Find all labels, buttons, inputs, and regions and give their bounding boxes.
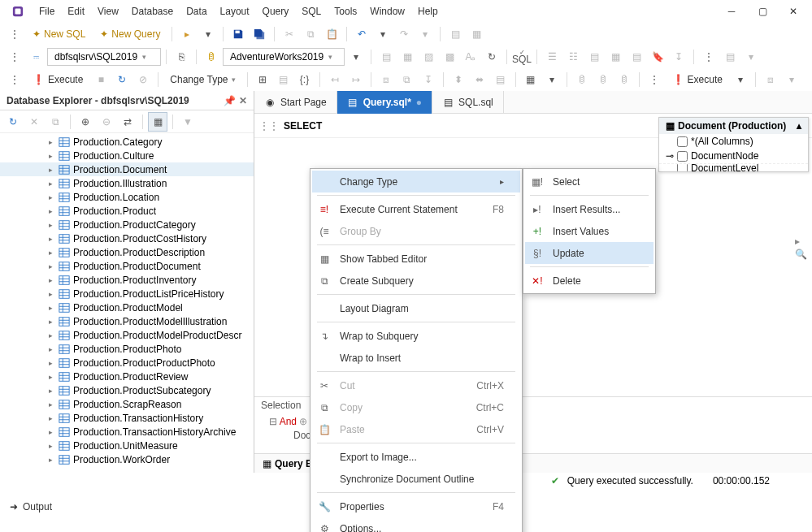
refresh-icon[interactable]: ↻ <box>112 70 132 89</box>
menu-execute-current[interactable]: ≡! Execute Current Statement F8 <box>312 198 520 220</box>
chevron-right-icon[interactable]: ▸ <box>46 193 55 201</box>
tb-icon[interactable]: ▤ <box>274 70 293 89</box>
doc-panel-item[interactable]: ⊸ DocumentNode <box>659 149 808 163</box>
menu-database[interactable]: Database <box>125 2 180 20</box>
chevron-right-icon[interactable]: ▸ <box>46 138 55 146</box>
chevron-right-icon[interactable]: ▸ <box>46 290 55 298</box>
execute-button[interactable]: ❗ Execute <box>26 71 89 88</box>
tb-icon[interactable]: ↧ <box>669 47 688 67</box>
db-icon[interactable]: 🛢 <box>572 70 592 89</box>
menu-layout-diagram[interactable]: Layout Diagram <box>312 297 520 319</box>
menu-copy[interactable]: ⧉ Copy Ctrl+C <box>312 396 520 418</box>
redo-icon[interactable]: ↷ <box>394 24 414 44</box>
tb-icon[interactable]: ▤ <box>491 70 510 89</box>
chevron-right-icon[interactable]: ▸ <box>46 359 55 367</box>
save-icon[interactable] <box>228 24 248 44</box>
brackets-icon[interactable]: {:} <box>295 70 315 89</box>
menu-change-type[interactable]: Change Type ▸ <box>312 171 520 192</box>
dropdown-arrow-icon[interactable]: ▾ <box>346 47 366 67</box>
minimize-icon[interactable]: ─ <box>726 6 737 17</box>
submenu-delete[interactable]: ✕! Delete <box>525 270 654 292</box>
tree-item[interactable]: ▸Production.ProductProductPhoto <box>0 356 254 370</box>
tree-item[interactable]: ▸Production.ProductInventory <box>0 273 254 287</box>
server-icon[interactable]: ⎓ <box>26 47 46 67</box>
tree-item[interactable]: ▸Production.ProductModelIllustration <box>0 314 254 328</box>
tb-icon[interactable]: ▦ <box>397 47 417 67</box>
menu-export-image[interactable]: Export to Image... <box>312 446 520 468</box>
chevron-right-icon[interactable]: ▸ <box>46 262 55 270</box>
refresh-icon[interactable]: ↻ <box>3 112 23 132</box>
cut-icon[interactable]: ✂ <box>280 24 299 44</box>
menu-file[interactable]: File <box>33 2 61 20</box>
stop-icon[interactable]: ■ <box>91 70 111 89</box>
sql-check-icon[interactable]: ✓SQL <box>512 47 532 67</box>
menu-view[interactable]: View <box>91 2 125 20</box>
tree-item[interactable]: ▸Production.TransactionHistory <box>0 411 254 425</box>
doc-panel-item[interactable]: DocumentLevel <box>659 163 808 171</box>
doc-panel-item[interactable]: *(All Columns) <box>659 134 808 149</box>
server-combo[interactable]: dbfsqlsrv\SQL2019 ▾ <box>47 48 161 66</box>
tb-icon[interactable]: ↧ <box>419 70 438 89</box>
copy-icon[interactable]: ⧉ <box>301 24 320 44</box>
menu-query[interactable]: Query <box>256 2 296 20</box>
tree-item[interactable]: ▸Production.Product <box>0 204 254 218</box>
chevron-right-icon[interactable]: ▸ <box>46 373 55 381</box>
menu-options[interactable]: ⚙ Options... <box>312 517 520 532</box>
submenu-update[interactable]: §! Update <box>525 242 654 264</box>
tb-icon[interactable]: ▨ <box>419 47 438 67</box>
menu-group-by[interactable]: (≡ Group By <box>312 220 520 242</box>
close-icon[interactable]: ✕ <box>239 95 247 106</box>
menu-data[interactable]: Data <box>180 2 213 20</box>
add-table-icon[interactable]: ⊞ <box>253 70 272 89</box>
menu-window[interactable]: Window <box>363 2 411 20</box>
column-checkbox[interactable] <box>677 151 688 162</box>
tb-icon[interactable]: ⊘ <box>133 70 153 89</box>
chevron-right-icon[interactable]: ▸ <box>46 235 55 243</box>
sync-icon[interactable]: ⇄ <box>118 112 137 132</box>
tb-icon[interactable]: ⬍ <box>449 70 468 89</box>
dropdown-arrow-icon[interactable]: ▾ <box>542 70 562 89</box>
grip-icon[interactable]: ⋮ <box>5 47 24 67</box>
dropdown-arrow-icon[interactable]: ▾ <box>373 24 393 44</box>
close-icon[interactable]: ✕ <box>24 112 44 132</box>
and-operator[interactable]: And <box>280 416 297 427</box>
db-icon[interactable]: 🛢 <box>202 47 221 67</box>
tree-item[interactable]: ▸Production.ProductPhoto <box>0 342 254 356</box>
expand-icon[interactable]: ⊕ <box>76 112 95 132</box>
bookmark-icon[interactable]: 🔖 <box>648 47 667 67</box>
doc-panel-header[interactable]: ▦ Document (Production) ▴ <box>659 118 808 134</box>
tree-item[interactable]: ▸Production.Culture <box>0 149 254 162</box>
execute-button-2[interactable]: ❗ Execute <box>666 71 729 88</box>
tb-icon[interactable]: Aₐ <box>461 47 480 67</box>
menu-cut[interactable]: ✂ Cut Ctrl+X <box>312 374 520 396</box>
chevron-right-icon[interactable]: ▸ <box>46 221 55 229</box>
chevron-right-icon[interactable]: ▸ <box>46 400 55 409</box>
tab-start-page[interactable]: ◉ Start Page <box>254 91 337 114</box>
tb-icon[interactable]: ▦ <box>606 47 625 67</box>
tb-icon[interactable]: ⧈ <box>761 70 780 89</box>
menu-sync-outline[interactable]: Synchronize Document Outline <box>312 468 520 490</box>
column-checkbox[interactable] <box>677 136 688 147</box>
chevron-right-icon[interactable]: ▸ <box>46 276 55 284</box>
grid-icon[interactable]: ▦ <box>521 70 541 89</box>
tree-item[interactable]: ▸Production.ProductReview <box>0 370 254 383</box>
chevron-right-icon[interactable]: ▸ <box>46 166 55 174</box>
tree-item[interactable]: ▸Production.ProductDescription <box>0 245 254 259</box>
tb-icon[interactable]: ⬌ <box>470 70 489 89</box>
menu-tabbed-editor[interactable]: ▦ Show Tabbed Editor <box>312 248 520 270</box>
menu-edit[interactable]: Edit <box>61 2 91 20</box>
chevron-up-icon[interactable]: ▴ <box>797 120 801 132</box>
tb-icon[interactable]: ☰ <box>542 47 562 67</box>
dropdown-arrow-icon[interactable]: ▾ <box>198 24 218 44</box>
column-checkbox[interactable] <box>677 163 688 171</box>
tb-icon[interactable]: ▤ <box>584 47 604 67</box>
db-icon[interactable]: 🛢 <box>614 70 634 89</box>
tree-item[interactable]: ▸Production.ProductSubcategory <box>0 383 254 397</box>
tb-icon[interactable]: ☷ <box>563 47 583 67</box>
paste-icon[interactable]: 📋 <box>322 24 341 44</box>
menu-sql[interactable]: SQL <box>295 2 328 20</box>
tab-query-sql[interactable]: ▤ Query.sql* ● <box>337 91 432 114</box>
dropdown-arrow-icon[interactable]: ▾ <box>731 70 750 89</box>
grip-icon[interactable]: ⋮ <box>645 70 664 89</box>
toolbar-icon[interactable]: ▦ <box>467 24 486 44</box>
